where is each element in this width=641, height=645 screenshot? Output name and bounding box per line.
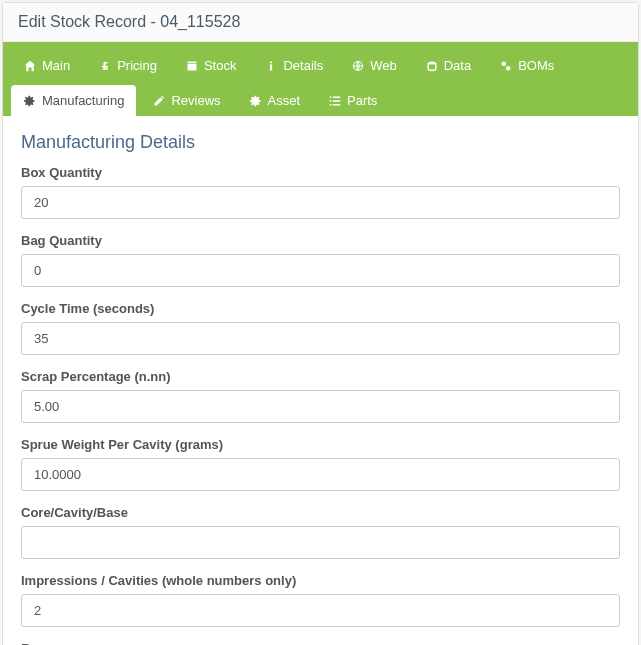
input-impressions[interactable] <box>21 594 620 627</box>
tab-web[interactable]: Web <box>339 50 409 81</box>
input-sprue-weight[interactable] <box>21 458 620 491</box>
box-icon <box>185 59 199 73</box>
tab-manufacturing[interactable]: Manufacturing <box>11 85 136 116</box>
tab-label: Stock <box>204 58 237 73</box>
input-bag-quantity[interactable] <box>21 254 620 287</box>
page-title: Edit Stock Record - 04_115528 <box>3 3 638 42</box>
tab-label: Pricing <box>117 58 157 73</box>
tab-label: Main <box>42 58 70 73</box>
svg-rect-10 <box>330 100 332 102</box>
gear-icon <box>23 94 37 108</box>
globe-icon <box>351 59 365 73</box>
tab-stock[interactable]: Stock <box>173 50 249 81</box>
tabs-bar: Main Pricing Stock Details <box>3 42 638 116</box>
label-bag-quantity: Bag Quantity <box>21 233 620 248</box>
list-icon <box>328 94 342 108</box>
info-icon <box>264 59 278 73</box>
input-box-quantity[interactable] <box>21 186 620 219</box>
svg-point-2 <box>270 61 272 63</box>
field-box-quantity: Box Quantity <box>21 165 620 219</box>
input-core-cavity-base[interactable] <box>21 526 620 559</box>
tab-parts[interactable]: Parts <box>316 85 389 116</box>
label-impressions: Impressions / Cavities (whole numbers on… <box>21 573 620 588</box>
label-runner: Runner <box>21 641 620 645</box>
field-cycle-time: Cycle Time (seconds) <box>21 301 620 355</box>
section-title: Manufacturing Details <box>21 132 620 153</box>
edit-icon <box>152 94 166 108</box>
panel-body: Main Pricing Stock Details <box>3 42 638 645</box>
database-icon <box>425 59 439 73</box>
field-scrap-percentage: Scrap Percentage (n.nn) <box>21 369 620 423</box>
tab-label: Manufacturing <box>42 93 124 108</box>
label-core-cavity-base: Core/Cavity/Base <box>21 505 620 520</box>
label-cycle-time: Cycle Time (seconds) <box>21 301 620 316</box>
tab-asset[interactable]: Asset <box>237 85 313 116</box>
svg-point-6 <box>502 61 507 66</box>
svg-rect-0 <box>187 63 196 70</box>
svg-rect-12 <box>330 104 332 106</box>
tab-label: Details <box>283 58 323 73</box>
edit-stock-panel: Edit Stock Record - 04_115528 Main Prici… <box>2 2 639 645</box>
tab-main[interactable]: Main <box>11 50 82 81</box>
input-cycle-time[interactable] <box>21 322 620 355</box>
field-core-cavity-base: Core/Cavity/Base <box>21 505 620 559</box>
label-box-quantity: Box Quantity <box>21 165 620 180</box>
input-scrap-percentage[interactable] <box>21 390 620 423</box>
tab-boms[interactable]: BOMs <box>487 50 566 81</box>
label-sprue-weight: Sprue Weight Per Cavity (grams) <box>21 437 620 452</box>
tab-label: Web <box>370 58 397 73</box>
svg-rect-9 <box>333 96 341 98</box>
form-area: Manufacturing Details Box Quantity Bag Q… <box>3 116 638 645</box>
svg-point-7 <box>506 66 511 71</box>
svg-rect-3 <box>270 64 272 70</box>
gear-icon <box>249 94 263 108</box>
tab-label: Data <box>444 58 471 73</box>
pound-icon <box>98 59 112 73</box>
home-icon <box>23 59 37 73</box>
tab-details[interactable]: Details <box>252 50 335 81</box>
svg-rect-13 <box>333 104 341 106</box>
tab-label: Asset <box>268 93 301 108</box>
svg-rect-11 <box>333 100 341 102</box>
field-runner: Runner Cold <box>21 641 620 645</box>
tab-data[interactable]: Data <box>413 50 483 81</box>
tab-label: Reviews <box>171 93 220 108</box>
field-bag-quantity: Bag Quantity <box>21 233 620 287</box>
boms-icon <box>499 59 513 73</box>
svg-rect-8 <box>330 96 332 98</box>
tab-pricing[interactable]: Pricing <box>86 50 169 81</box>
field-sprue-weight: Sprue Weight Per Cavity (grams) <box>21 437 620 491</box>
svg-rect-1 <box>187 61 196 63</box>
svg-point-5 <box>428 61 436 64</box>
label-scrap-percentage: Scrap Percentage (n.nn) <box>21 369 620 384</box>
tab-label: Parts <box>347 93 377 108</box>
field-impressions: Impressions / Cavities (whole numbers on… <box>21 573 620 627</box>
tab-reviews[interactable]: Reviews <box>140 85 232 116</box>
tab-label: BOMs <box>518 58 554 73</box>
